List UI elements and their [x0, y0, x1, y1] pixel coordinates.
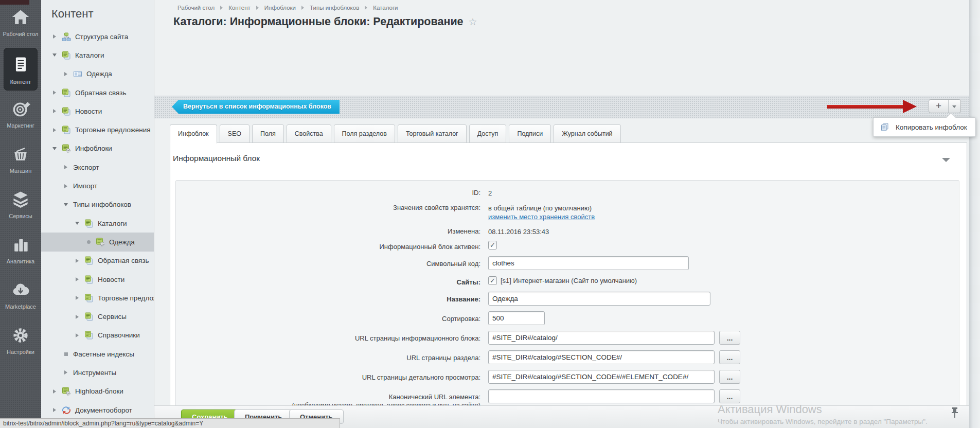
checkbox[interactable]: ✓	[488, 241, 497, 249]
tab-3[interactable]: Поля	[252, 124, 284, 143]
field-input[interactable]	[488, 292, 710, 306]
tree-item-экспорт[interactable]: Экспорт	[41, 158, 154, 176]
browse-dots-button[interactable]: ...	[719, 350, 740, 364]
browse-dots-button[interactable]: ...	[719, 331, 740, 345]
field-input[interactable]	[488, 331, 715, 345]
tab-4[interactable]: Свойства	[287, 124, 331, 143]
tree-item-торговые-предложения[interactable]: Торговые предложения	[41, 120, 154, 139]
rail-item-5[interactable]: Сервисы	[0, 189, 41, 220]
tab-bar: ИнфоблокSEOПоляСвойстваПоля разделовТорг…	[170, 124, 623, 144]
rail-item-7[interactable]: Marketplace	[0, 280, 41, 310]
rail-item-1[interactable]: Рабочий стол	[0, 7, 41, 38]
tab-5[interactable]: Поля разделов	[334, 124, 395, 143]
infoblock-pages-icon	[84, 312, 94, 321]
expand-arrow-icon[interactable]	[74, 259, 81, 263]
collapse-arrow-icon[interactable]	[62, 203, 69, 206]
field-input[interactable]	[488, 256, 689, 270]
field-input[interactable]	[488, 311, 545, 325]
expand-arrow-icon[interactable]	[74, 296, 81, 300]
tree-item-одежда[interactable]: Одежда	[41, 233, 154, 251]
tree-item-импорт[interactable]: Импорт	[41, 176, 154, 195]
sidebar-title: Контент	[51, 7, 94, 21]
rail-item-2[interactable]: Контент	[4, 48, 38, 91]
back-to-list-button[interactable]: Вернуться в список информационных блоков	[172, 100, 340, 114]
tree-item-сервисы[interactable]: Сервисы	[41, 307, 154, 326]
tree-item-label: Каталоги	[98, 220, 127, 227]
field-label: ID:	[176, 187, 485, 197]
content-sidebar: Контент Структура сайтаКаталогиОдеждаОбр…	[41, 0, 154, 428]
expand-arrow-icon[interactable]	[62, 370, 69, 374]
tree-item-одежда[interactable]: Одежда	[41, 65, 154, 83]
infoblock-panel: Информационный блок ID:2Значения свойств…	[170, 142, 967, 405]
tree-item-инструменты[interactable]: Инструменты	[41, 363, 154, 382]
tree-item-новости[interactable]: Новости	[41, 270, 154, 289]
checkbox[interactable]: ✓	[488, 276, 497, 285]
collapse-arrow-icon[interactable]	[51, 147, 58, 150]
rail-item-6[interactable]: Аналитика	[0, 235, 41, 265]
favorite-star-icon[interactable]: ☆	[469, 16, 477, 28]
browse-dots-button[interactable]: ...	[719, 389, 740, 403]
expand-arrow-icon[interactable]	[74, 315, 81, 319]
field-label: Значения свойств хранятся:	[176, 202, 485, 212]
breadcrumb-item[interactable]: Типы инфоблоков	[310, 5, 359, 11]
expand-arrow-icon[interactable]	[74, 277, 81, 281]
tab-2[interactable]: SEO	[220, 124, 250, 143]
collapse-arrow-icon[interactable]	[74, 222, 81, 225]
collapse-chevron-icon[interactable]	[942, 158, 950, 162]
tab-9[interactable]: Журнал событий	[554, 124, 620, 143]
rail-item-4[interactable]: Магазин	[0, 144, 41, 174]
main-area: Рабочий столКонтентИнфоблокиТипы инфобло…	[154, 0, 980, 428]
field-label: Канонический URL элемента:(необходимо ук…	[176, 389, 485, 405]
tree-item-обратная-связь[interactable]: Обратная связь	[41, 83, 154, 102]
breadcrumb-item[interactable]: Каталоги	[373, 5, 398, 11]
tree-item-структура-сайта[interactable]: Структура сайта	[41, 27, 154, 46]
field-input[interactable]	[488, 350, 715, 364]
browse-dots-button[interactable]: ...	[719, 370, 740, 384]
tree-item-highload-блоки[interactable]: Highload-блоки	[41, 382, 154, 401]
chevron-down-icon[interactable]	[952, 105, 956, 108]
tab-6[interactable]: Торговый каталог	[398, 124, 467, 143]
tree-item-label: Типы инфоблоков	[73, 201, 131, 208]
field-label-note: (необходимо указать протокол, адрес серв…	[176, 401, 480, 405]
breadcrumb-separator-icon	[365, 6, 367, 10]
rail-item-3[interactable]: Маркетинг	[0, 99, 41, 129]
change-storage-link[interactable]: изменить место хранения свойств	[488, 212, 595, 221]
expand-arrow-icon[interactable]	[62, 184, 69, 188]
breadcrumb-item[interactable]: Инфоблоки	[264, 5, 296, 11]
plus-icon[interactable]: +	[929, 100, 949, 113]
add-split-button[interactable]: +	[929, 99, 961, 113]
expand-arrow-icon[interactable]	[62, 72, 69, 76]
rail-item-8[interactable]: Настройки	[0, 325, 41, 355]
expand-arrow-icon[interactable]	[62, 165, 69, 169]
tree-item-label: Каталоги	[75, 51, 104, 59]
collapse-arrow-icon[interactable]	[51, 53, 58, 57]
tree-item-типы-инфоблоков[interactable]: Типы инфоблоков	[41, 195, 154, 214]
tab-1[interactable]: Инфоблок	[170, 124, 217, 144]
expand-arrow-icon[interactable]	[74, 333, 81, 337]
expand-arrow-icon[interactable]	[51, 34, 58, 39]
tab-7[interactable]: Доступ	[469, 124, 507, 143]
breadcrumb-item[interactable]: Контент	[228, 5, 251, 11]
tree-item-торговые-предложения[interactable]: Торговые предложения	[41, 289, 154, 307]
expand-arrow-icon[interactable]	[51, 389, 58, 394]
page-right-edge	[969, 0, 980, 428]
tab-8[interactable]: Подписи	[509, 124, 551, 143]
tree-item-справочники[interactable]: Справочники	[41, 326, 154, 345]
dropdown-menu-copy-infoblock[interactable]: Копировать инфоблок	[873, 117, 976, 137]
tree-item-новости[interactable]: Новости	[41, 102, 154, 120]
copy-icon	[880, 122, 889, 132]
tree-item-документооборот[interactable]: Документооборот	[41, 401, 154, 419]
rail-item-label: Рабочий стол	[0, 31, 41, 38]
tree-item-обратная-связь[interactable]: Обратная связь	[41, 252, 154, 270]
tree-item-фасетные-индексы[interactable]: Фасетные индексы	[41, 345, 154, 363]
field-input[interactable]	[488, 370, 715, 384]
breadcrumb-item[interactable]: Рабочий стол	[177, 5, 215, 11]
tree-item-каталоги[interactable]: Каталоги	[41, 46, 154, 64]
field-input[interactable]	[488, 389, 715, 403]
expand-arrow-icon[interactable]	[51, 109, 58, 113]
expand-arrow-icon[interactable]	[51, 128, 58, 132]
tree-item-каталоги[interactable]: Каталоги	[41, 214, 154, 233]
expand-arrow-icon[interactable]	[51, 91, 58, 95]
tree-item-инфоблоки[interactable]: Инфоблоки	[41, 139, 154, 158]
expand-arrow-icon[interactable]	[51, 408, 58, 412]
